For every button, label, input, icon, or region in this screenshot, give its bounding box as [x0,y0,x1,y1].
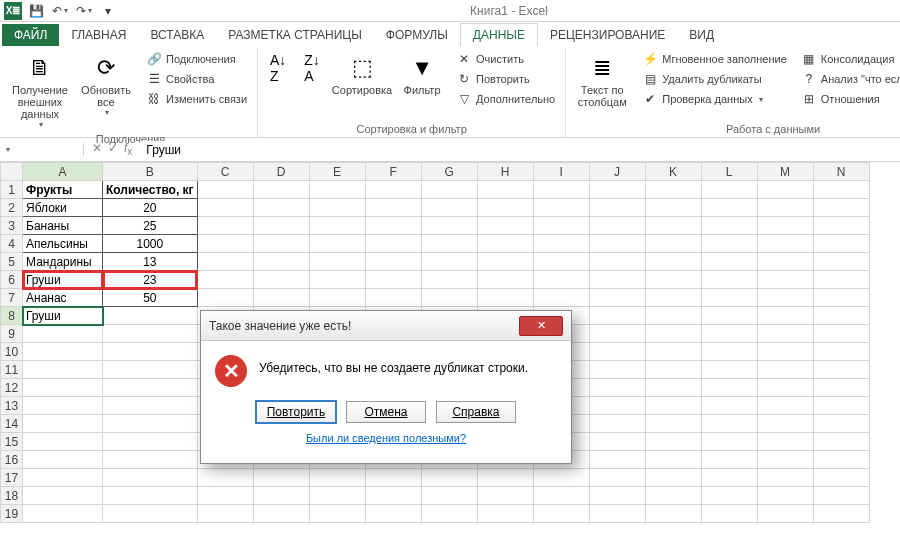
cell-D18[interactable] [253,487,309,505]
cell-A11[interactable] [23,361,103,379]
cell-L13[interactable] [701,397,757,415]
cell-N12[interactable] [813,379,869,397]
tab-formulas[interactable]: ФОРМУЛЫ [374,24,460,46]
cell-M13[interactable] [757,397,813,415]
cell-K4[interactable] [645,235,701,253]
row-header-15[interactable]: 15 [1,433,23,451]
row-header-14[interactable]: 14 [1,415,23,433]
consolidate-button[interactable]: ▦Консолидация [797,50,900,68]
cell-A18[interactable] [23,487,103,505]
cell-N16[interactable] [813,451,869,469]
cell-E17[interactable] [309,469,365,487]
cell-C7[interactable] [197,289,253,307]
filter-button[interactable]: ▼ Фильтр [398,50,446,98]
cell-H17[interactable] [477,469,533,487]
cell-L6[interactable] [701,271,757,289]
cell-I6[interactable] [533,271,589,289]
cell-K13[interactable] [645,397,701,415]
row-header-5[interactable]: 5 [1,253,23,271]
row-header-18[interactable]: 18 [1,487,23,505]
cell-D1[interactable] [253,181,309,199]
col-header-N[interactable]: N [813,163,869,181]
tab-view[interactable]: ВИД [677,24,726,46]
cell-J1[interactable] [589,181,645,199]
cell-L7[interactable] [701,289,757,307]
cell-A8[interactable]: Груши [23,307,103,325]
tab-insert[interactable]: ВСТАВКА [138,24,216,46]
cell-G1[interactable] [421,181,477,199]
col-header-K[interactable]: K [645,163,701,181]
cell-N15[interactable] [813,433,869,451]
cell-M11[interactable] [757,361,813,379]
cell-M12[interactable] [757,379,813,397]
cell-B6[interactable]: 23 [103,271,198,289]
cell-C19[interactable] [197,505,253,523]
cell-H6[interactable] [477,271,533,289]
cell-G6[interactable] [421,271,477,289]
cell-B14[interactable] [103,415,198,433]
cell-B19[interactable] [103,505,198,523]
cell-G17[interactable] [421,469,477,487]
properties-button[interactable]: ☰Свойства [142,70,251,88]
cell-J10[interactable] [589,343,645,361]
cell-N2[interactable] [813,199,869,217]
feedback-link[interactable]: Были ли сведения полезными? [306,432,466,444]
cell-F7[interactable] [365,289,421,307]
flash-fill-button[interactable]: ⚡Мгновенное заполнение [638,50,791,68]
cell-K3[interactable] [645,217,701,235]
cell-B15[interactable] [103,433,198,451]
cell-M17[interactable] [757,469,813,487]
cell-G5[interactable] [421,253,477,271]
cell-A1[interactable]: Фрукты [23,181,103,199]
cell-M1[interactable] [757,181,813,199]
cell-G3[interactable] [421,217,477,235]
cell-M8[interactable] [757,307,813,325]
cell-L3[interactable] [701,217,757,235]
cell-N5[interactable] [813,253,869,271]
col-header-L[interactable]: L [701,163,757,181]
cell-F17[interactable] [365,469,421,487]
row-header-6[interactable]: 6 [1,271,23,289]
whatif-button[interactable]: ?Анализ "что если" [797,70,900,88]
dialog-close-button[interactable]: ✕ [519,316,563,336]
cell-E5[interactable] [309,253,365,271]
cell-C4[interactable] [197,235,253,253]
cell-D3[interactable] [253,217,309,235]
cell-D5[interactable] [253,253,309,271]
select-all-corner[interactable] [1,163,23,181]
cell-K18[interactable] [645,487,701,505]
cell-C2[interactable] [197,199,253,217]
cell-A14[interactable] [23,415,103,433]
cell-I4[interactable] [533,235,589,253]
cell-N4[interactable] [813,235,869,253]
cell-B16[interactable] [103,451,198,469]
help-button[interactable]: Справка [436,401,516,423]
cell-A17[interactable] [23,469,103,487]
edit-links-button[interactable]: ⛓Изменить связи [142,90,251,108]
cell-B13[interactable] [103,397,198,415]
cell-F5[interactable] [365,253,421,271]
cell-C1[interactable] [197,181,253,199]
tab-review[interactable]: РЕЦЕНЗИРОВАНИЕ [538,24,677,46]
row-header-16[interactable]: 16 [1,451,23,469]
cell-A10[interactable] [23,343,103,361]
cell-F4[interactable] [365,235,421,253]
cell-M18[interactable] [757,487,813,505]
cell-A2[interactable]: Яблоки [23,199,103,217]
cell-C6[interactable] [197,271,253,289]
cell-M9[interactable] [757,325,813,343]
cell-M3[interactable] [757,217,813,235]
sort-az-button[interactable]: A↓Z [264,50,292,86]
row-header-1[interactable]: 1 [1,181,23,199]
cell-B12[interactable] [103,379,198,397]
row-header-17[interactable]: 17 [1,469,23,487]
cell-M10[interactable] [757,343,813,361]
col-header-H[interactable]: H [477,163,533,181]
cell-G18[interactable] [421,487,477,505]
tab-pagelayout[interactable]: РАЗМЕТКА СТРАНИЦЫ [216,24,374,46]
col-header-J[interactable]: J [589,163,645,181]
row-header-8[interactable]: 8 [1,307,23,325]
row-header-2[interactable]: 2 [1,199,23,217]
cell-I5[interactable] [533,253,589,271]
cell-N7[interactable] [813,289,869,307]
